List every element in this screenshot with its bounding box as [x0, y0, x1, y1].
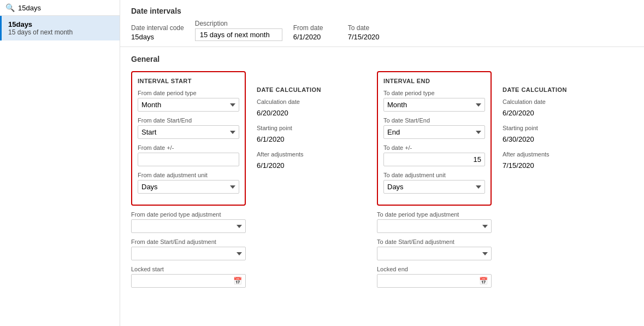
to-adj-unit-select[interactable]: Days — [383, 180, 485, 194]
interval-end-col: INTERVAL END To date period type Month T… — [377, 71, 492, 293]
from-period-type-field: From date period type Month — [138, 90, 239, 112]
main-content: Date intervals Date interval code 15days… — [120, 0, 644, 326]
sidebar-item-15days[interactable]: 15days 15 days of next month — [0, 16, 120, 40]
from-adj-unit-field: From date adjustment unit Days — [138, 172, 239, 194]
to-start-end-adj-label: To date Start/End adjustment — [377, 238, 492, 245]
from-date-value: 6/1/2020 — [293, 33, 337, 41]
search-box[interactable]: 🔍 — [0, 0, 120, 16]
after-adj-start-field: After adjustments 6/1/2020 — [257, 151, 366, 172]
starting-point-end-label: Starting point — [503, 125, 612, 131]
calendar-icon-start: 📅 — [233, 277, 242, 285]
to-period-type-adj-field: To date period type adjustment — [377, 211, 492, 233]
locked-end-field: Locked end 📅 — [377, 266, 492, 288]
from-start-end-adj-label: From date Start/End adjustment — [131, 238, 246, 245]
from-start-end-adj-select[interactable] — [131, 247, 246, 260]
to-date-value: 7/15/2020 — [348, 33, 392, 41]
from-start-end-select[interactable]: Start — [138, 125, 239, 139]
starting-point-start-field: Starting point 6/1/2020 — [257, 125, 366, 145]
to-adj-unit-field: To date adjustment unit Days — [383, 172, 485, 194]
from-plus-minus-input[interactable] — [138, 153, 239, 166]
from-period-type-adj-field: From date period type adjustment — [131, 211, 246, 233]
after-adj-end-value: 7/15/2020 — [503, 159, 612, 172]
calc-date-start-field: Calculation date 6/20/2020 — [257, 98, 366, 119]
after-adj-end-label: After adjustments — [503, 151, 612, 158]
calc-date-end-value: 6/20/2020 — [503, 107, 612, 119]
after-adj-start-value: 6/1/2020 — [257, 159, 366, 172]
search-input[interactable] — [18, 4, 114, 12]
to-start-end-label: To date Start/End — [383, 117, 485, 124]
calendar-icon-end: 📅 — [479, 277, 488, 285]
interval-start-header: INTERVAL START — [138, 78, 239, 84]
from-start-end-field: From date Start/End Start — [138, 117, 239, 139]
header-section: Date intervals Date interval code 15days… — [120, 0, 644, 47]
to-period-type-adj-label: To date period type adjustment — [377, 211, 492, 218]
interval-start-col: INTERVAL START From date period type Mon… — [131, 71, 246, 293]
starting-point-start-label: Starting point — [257, 125, 366, 131]
to-period-type-select[interactable]: Month — [383, 98, 485, 112]
from-adj-unit-label: From date adjustment unit — [138, 172, 239, 178]
date-calc-end-col: DATE CALCULATION Calculation date 6/20/2… — [503, 71, 612, 293]
to-period-type-label: To date period type — [383, 90, 485, 96]
locked-end-label: Locked end — [377, 266, 492, 272]
from-start-end-label: From date Start/End — [138, 117, 239, 124]
calc-date-start-value: 6/20/2020 — [257, 107, 366, 119]
code-value: 15days — [131, 33, 184, 41]
to-adj-unit-label: To date adjustment unit — [383, 172, 485, 178]
starting-point-start-value: 6/1/2020 — [257, 133, 366, 145]
sidebar-item-subtitle: 15 days of next month — [8, 28, 113, 36]
interval-start-box: INTERVAL START From date period type Mon… — [131, 71, 246, 206]
to-date-field-group: To date 7/15/2020 — [348, 24, 392, 41]
from-plus-minus-label: From date +/- — [138, 144, 239, 151]
to-plus-minus-input[interactable] — [383, 153, 485, 166]
header-fields: Date interval code 15days Description 15… — [131, 20, 633, 41]
calc-date-start-label: Calculation date — [257, 98, 366, 105]
to-start-end-field: To date Start/End End — [383, 117, 485, 139]
date-calc-end-header: DATE CALCULATION — [503, 86, 612, 93]
starting-point-end-field: Starting point 6/30/2020 — [503, 125, 612, 145]
after-adj-end-field: After adjustments 7/15/2020 — [503, 151, 612, 172]
from-adj-unit-select[interactable]: Days — [138, 180, 239, 194]
desc-value[interactable]: 15 days of next month — [195, 28, 282, 41]
interval-end-box: INTERVAL END To date period type Month T… — [377, 71, 492, 206]
locked-start-field: Locked start 📅 — [131, 266, 246, 288]
to-start-end-adj-field: To date Start/End adjustment — [377, 238, 492, 260]
to-start-end-adj-select[interactable] — [377, 247, 492, 260]
general-title: General — [131, 55, 633, 63]
columns-grid: INTERVAL START From date period type Mon… — [131, 71, 633, 293]
after-adj-start-label: After adjustments — [257, 151, 366, 158]
code-label: Date interval code — [131, 24, 184, 32]
from-period-type-label: From date period type — [138, 90, 239, 96]
interval-end-header: INTERVAL END — [383, 78, 485, 84]
locked-end-input[interactable]: 📅 — [377, 274, 492, 288]
starting-point-end-value: 6/30/2020 — [503, 133, 612, 145]
from-start-end-adj-field: From date Start/End adjustment — [131, 238, 246, 260]
to-date-label: To date — [348, 24, 392, 32]
to-period-type-adj-select[interactable] — [377, 219, 492, 233]
to-start-end-select[interactable]: End — [383, 125, 485, 139]
page-title: Date intervals — [131, 7, 633, 15]
sidebar: 🔍 15days 15 days of next month — [0, 0, 120, 326]
to-plus-minus-field: To date +/- — [383, 144, 485, 166]
calc-date-end-field: Calculation date 6/20/2020 — [503, 98, 612, 119]
from-plus-minus-field: From date +/- — [138, 144, 239, 166]
from-period-type-adj-label: From date period type adjustment — [131, 211, 246, 218]
date-calc-start-col: DATE CALCULATION Calculation date 6/20/2… — [257, 71, 366, 293]
locked-start-input[interactable]: 📅 — [131, 274, 246, 288]
search-icon: 🔍 — [5, 3, 15, 12]
desc-field-group: Description 15 days of next month — [195, 20, 282, 41]
sidebar-item-title: 15days — [8, 20, 113, 28]
date-calc-start-header: DATE CALCULATION — [257, 86, 366, 93]
from-period-type-select[interactable]: Month — [138, 98, 239, 112]
from-date-label: From date — [293, 24, 337, 32]
locked-start-label: Locked start — [131, 266, 246, 272]
code-field-group: Date interval code 15days — [131, 24, 184, 41]
from-date-field-group: From date 6/1/2020 — [293, 24, 337, 41]
general-section: General INTERVAL START From date period … — [120, 47, 644, 326]
from-period-type-adj-select[interactable] — [131, 219, 246, 233]
desc-label: Description — [195, 20, 282, 27]
calc-date-end-label: Calculation date — [503, 98, 612, 105]
to-plus-minus-label: To date +/- — [383, 144, 485, 151]
to-period-type-field: To date period type Month — [383, 90, 485, 112]
